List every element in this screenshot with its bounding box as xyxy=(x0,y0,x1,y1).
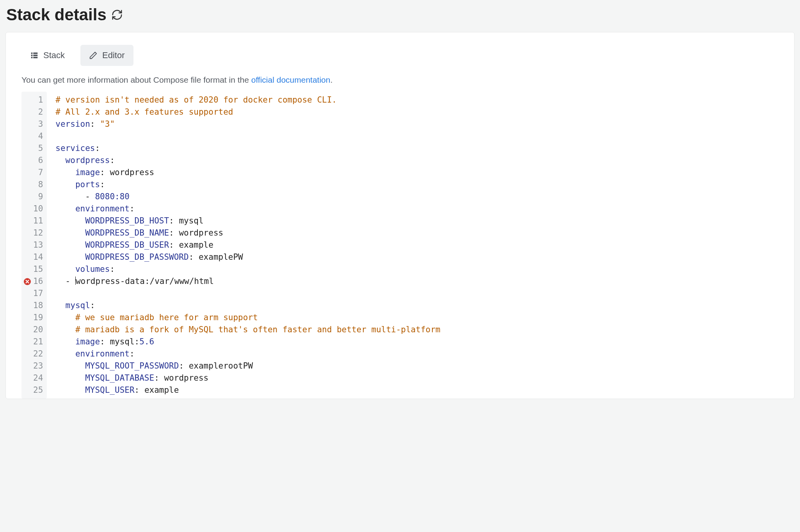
line-number: 6 xyxy=(38,154,43,167)
code-line[interactable]: - wordpress-data:/var/www/html xyxy=(55,275,440,287)
token-val xyxy=(55,216,85,225)
token-val xyxy=(55,240,85,250)
gutter-row: 6 xyxy=(24,154,43,167)
line-number: 20 xyxy=(33,324,43,336)
token-key: WORDPRESS_DB_HOST xyxy=(85,216,169,225)
svg-rect-4 xyxy=(33,55,37,56)
gutter-row: 17 xyxy=(24,287,43,300)
docs-link[interactable]: official documentation xyxy=(251,75,331,84)
refresh-icon[interactable] xyxy=(111,9,123,21)
token-key: wordpress xyxy=(66,156,110,165)
code-line[interactable]: # mariadb is a fork of MySQL that's ofte… xyxy=(55,324,440,336)
tabs: StackEditor xyxy=(21,45,779,66)
gutter-row: 18 xyxy=(24,300,43,312)
token-punc: : xyxy=(100,180,105,189)
token-key: WORDPRESS_DB_USER xyxy=(85,240,169,250)
code-line[interactable]: version: "3" xyxy=(55,118,440,130)
line-number: 9 xyxy=(38,191,43,203)
token-val xyxy=(55,156,65,165)
token-val: mysql xyxy=(174,216,204,225)
editor-code[interactable]: # version isn't needed as of 2020 for do… xyxy=(47,92,440,399)
code-line[interactable]: WORDPRESS_DB_NAME: wordpress xyxy=(55,227,440,239)
code-line[interactable]: ports: xyxy=(55,179,440,191)
info-line: You can get more information about Compo… xyxy=(21,75,779,85)
svg-rect-1 xyxy=(31,55,33,56)
code-line[interactable]: # All 2.x and 3.x features supported xyxy=(55,106,440,118)
code-line[interactable]: environment: xyxy=(55,348,440,360)
code-line[interactable]: environment: xyxy=(55,203,440,215)
token-val: examplePW xyxy=(194,252,243,262)
code-line[interactable]: MYSQL_ROOT_PASSWORD: examplerootPW xyxy=(55,360,440,372)
gutter-row: 24 xyxy=(24,372,43,384)
code-line[interactable]: # version isn't needed as of 2020 for do… xyxy=(55,94,440,106)
code-line[interactable]: image: mysql:5.6 xyxy=(55,336,440,348)
token-str: "3" xyxy=(100,119,115,129)
line-number: 22 xyxy=(33,348,43,360)
editor-gutter: 1234567891011121314151617181920212223242… xyxy=(21,92,47,399)
code-line[interactable]: - 8080:80 xyxy=(55,191,440,203)
gutter-row: 4 xyxy=(24,130,43,142)
gutter-row: 8 xyxy=(24,179,43,191)
token-key: services xyxy=(55,144,95,153)
token-val: examplerootPW xyxy=(184,361,253,371)
line-number: 17 xyxy=(33,287,43,300)
code-line[interactable]: MYSQL_DATABASE: wordpress xyxy=(55,372,440,384)
svg-rect-5 xyxy=(33,57,37,59)
code-line[interactable]: MYSQL_USER: example xyxy=(55,384,440,396)
code-line[interactable] xyxy=(55,130,440,142)
svg-rect-0 xyxy=(31,53,33,54)
line-number: 13 xyxy=(33,239,43,251)
line-number: 14 xyxy=(33,251,43,263)
info-prefix: You can get more information about Compo… xyxy=(21,75,251,84)
line-number: 8 xyxy=(38,179,43,191)
token-val xyxy=(55,337,75,346)
gutter-row: 7 xyxy=(24,167,43,179)
code-line[interactable]: wordpress: xyxy=(55,154,440,167)
token-key: environment xyxy=(75,204,130,213)
token-val: wordpress xyxy=(105,168,154,177)
title-row: Stack details xyxy=(5,5,795,32)
code-line[interactable]: WORDPRESS_DB_USER: example xyxy=(55,239,440,251)
token-punc: : xyxy=(189,252,194,262)
code-line[interactable]: image: wordpress xyxy=(55,167,440,179)
gutter-row: 12 xyxy=(24,227,43,239)
token-punc: : xyxy=(154,373,159,383)
line-number: 12 xyxy=(33,227,43,239)
token-key: MYSQL_USER xyxy=(85,385,134,395)
line-number: 4 xyxy=(38,130,43,142)
gutter-row: 9 xyxy=(24,191,43,203)
info-suffix: . xyxy=(330,75,332,84)
gutter-row: 25 xyxy=(24,384,43,396)
token-val xyxy=(55,313,75,322)
code-line[interactable] xyxy=(55,287,440,300)
tab-editor[interactable]: Editor xyxy=(80,45,133,66)
gutter-row: 3 xyxy=(24,118,43,130)
code-line[interactable]: volumes: xyxy=(55,263,440,275)
code-line[interactable]: mysql: xyxy=(55,300,440,312)
pencil-icon xyxy=(89,51,98,60)
token-num: 5.6 xyxy=(139,337,154,346)
code-line[interactable]: services: xyxy=(55,142,440,154)
error-marker-icon xyxy=(24,278,31,285)
gutter-row: 15 xyxy=(24,263,43,275)
token-punc: : xyxy=(90,119,95,129)
code-editor[interactable]: 1234567891011121314151617181920212223242… xyxy=(21,92,779,399)
code-line[interactable]: # we sue mariadb here for arm support xyxy=(55,312,440,324)
gutter-row: 10 xyxy=(24,203,43,215)
token-punc: : xyxy=(100,168,105,177)
line-number: 10 xyxy=(33,203,43,215)
code-line[interactable]: WORDPRESS_DB_PASSWORD: examplePW xyxy=(55,251,440,263)
token-key: mysql xyxy=(66,301,90,310)
line-number: 15 xyxy=(33,263,43,275)
token-punc: : xyxy=(110,264,115,274)
token-key: volumes xyxy=(75,264,110,274)
token-punc: : xyxy=(130,349,135,358)
tab-stack[interactable]: Stack xyxy=(21,45,73,66)
token-punc: - xyxy=(66,277,75,286)
token-val: example xyxy=(139,385,179,395)
gutter-row: 2 xyxy=(24,106,43,118)
svg-rect-2 xyxy=(31,57,33,59)
token-punc: : xyxy=(135,385,140,395)
token-val xyxy=(55,204,75,213)
code-line[interactable]: WORDPRESS_DB_HOST: mysql xyxy=(55,215,440,227)
